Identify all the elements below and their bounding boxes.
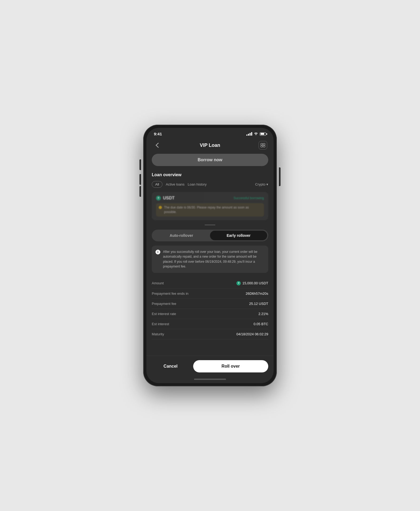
detail-label-interest: Est interest <box>152 322 169 326</box>
detail-row-amount: Amount ₮ 15,000.00 USDT <box>152 278 268 289</box>
loan-card: ₮ USDT Successful borrowing The due date… <box>152 192 268 220</box>
usdt-icon: ₮ <box>156 196 161 201</box>
crypto-dropdown[interactable]: Crypto ▾ <box>255 182 268 186</box>
tab-all[interactable]: All <box>152 181 162 188</box>
header: VIP Loan <box>146 138 274 154</box>
detail-row-fee: Prepayment fee 25.12 USDT <box>152 299 268 309</box>
details-list: Amount ₮ 15,000.00 USDT Prepayment fee e… <box>152 278 268 339</box>
section-title: Loan overview <box>152 172 268 177</box>
info-icon: i <box>155 250 160 254</box>
phone-frame: 9:41 <box>143 125 277 386</box>
detail-value-interest: 0.05 BTC <box>254 322 268 326</box>
svg-rect-3 <box>263 146 265 147</box>
page-title: VIP Loan <box>200 143 220 148</box>
detail-value-fee-ends: 26D6h57m20s <box>246 292 268 296</box>
svg-rect-0 <box>261 143 263 145</box>
home-bar <box>194 379 226 380</box>
detail-label-fee: Prepayment fee <box>152 302 176 306</box>
rollover-button[interactable]: Roll over <box>193 360 268 372</box>
loan-tab-row: All Active loans Loan history Crypto ▾ <box>152 181 268 188</box>
cancel-button[interactable]: Cancel <box>152 360 189 372</box>
status-bar: 9:41 <box>146 128 274 138</box>
detail-label-fee-ends: Prepayment fee ends in <box>152 292 188 296</box>
borrow-now-button[interactable]: Borrow now <box>152 154 268 166</box>
divider <box>205 225 215 225</box>
scroll-content[interactable]: Borrow now Loan overview All Active loan… <box>146 154 274 356</box>
status-time: 9:41 <box>154 132 162 136</box>
tab-active-loans[interactable]: Active loans <box>166 182 184 186</box>
svg-rect-2 <box>261 146 263 147</box>
detail-label-maturity: Maturity <box>152 332 164 336</box>
amount-usdt-icon: ₮ <box>236 281 241 285</box>
detail-row-maturity: Maturity 04/18/2024 06:02:29 <box>152 329 268 339</box>
tab-switcher: Auto-rollover Early rollover <box>152 230 268 241</box>
auto-rollover-tab[interactable]: Auto-rollover <box>153 231 210 240</box>
usdt-label: ₮ USDT <box>156 196 175 201</box>
loan-card-header: ₮ USDT Successful borrowing <box>156 196 264 201</box>
info-box: i After you successfully roll over your … <box>152 246 268 273</box>
phone-screen: 9:41 <box>146 128 274 383</box>
detail-value-amount: ₮ 15,000.00 USDT <box>236 281 268 285</box>
notice-dot-icon <box>159 206 162 209</box>
status-icons <box>246 132 266 136</box>
svg-rect-1 <box>263 143 265 145</box>
status-badge: Successful borrowing <box>234 196 264 200</box>
back-button[interactable] <box>153 141 161 150</box>
notice-text: The due date is 06/30. Please repay the … <box>164 205 261 214</box>
wifi-icon <box>254 132 258 136</box>
home-indicator <box>146 375 274 383</box>
detail-row-fee-ends: Prepayment fee ends in 26D6h57m20s <box>152 289 268 299</box>
history-button[interactable] <box>259 141 267 150</box>
bottom-actions: Cancel Roll over <box>146 356 274 375</box>
due-notice: The due date is 06/30. Please repay the … <box>156 203 264 217</box>
detail-value-rate: 2.21% <box>258 312 268 316</box>
detail-label-amount: Amount <box>152 281 164 285</box>
info-text: After you successfully roll over your lo… <box>163 249 265 269</box>
signal-icon <box>246 132 252 136</box>
detail-value-maturity: 04/18/2024 06:02:29 <box>236 332 268 336</box>
detail-row-rate: Est interest rate 2.21% <box>152 309 268 319</box>
battery-icon <box>260 132 266 136</box>
tab-loan-history[interactable]: Loan history <box>188 182 207 186</box>
detail-value-fee: 25.12 USDT <box>249 302 268 306</box>
early-rollover-tab[interactable]: Early rollover <box>210 231 267 240</box>
detail-label-rate: Est interest rate <box>152 312 176 316</box>
detail-row-interest: Est interest 0.05 BTC <box>152 319 268 329</box>
